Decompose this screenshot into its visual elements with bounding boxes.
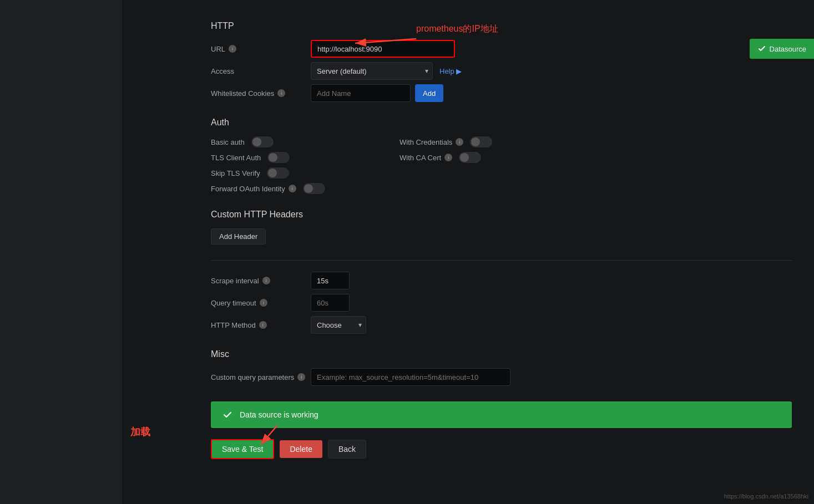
action-buttons: Save & Test Delete Back bbox=[211, 439, 792, 459]
query-timeout-input[interactable] bbox=[311, 294, 350, 312]
access-select-wrapper: Server (default) Browser bbox=[311, 62, 433, 80]
with-ca-label: With CA Cert i bbox=[400, 154, 452, 162]
save-test-button[interactable]: Save & Test bbox=[211, 439, 274, 459]
divider-1 bbox=[211, 260, 792, 261]
auth-title: Auth bbox=[211, 118, 792, 128]
tls-client-label: TLS Client Auth bbox=[211, 154, 261, 162]
basic-auth-label: Basic auth bbox=[211, 138, 245, 146]
with-ca-info-icon[interactable]: i bbox=[444, 154, 452, 161]
whitelisted-label: Whitelisted Cookies i bbox=[211, 89, 311, 98]
with-ca-item: With CA Cert i bbox=[400, 152, 533, 163]
add-header-button[interactable]: Add Header bbox=[211, 228, 266, 245]
misc-section: Misc Custom query parameters i bbox=[211, 349, 792, 386]
tls-client-toggle[interactable] bbox=[267, 152, 290, 163]
skip-tls-item: Skip TLS Verify bbox=[211, 167, 344, 179]
whitelisted-info-icon[interactable]: i bbox=[277, 89, 285, 97]
success-message: Data source is working bbox=[240, 410, 318, 419]
custom-query-input[interactable] bbox=[311, 368, 510, 386]
http-section: HTTP URL i Access Server (default) bbox=[211, 21, 792, 102]
scrape-interval-info-icon[interactable]: i bbox=[262, 277, 270, 284]
with-credentials-toggle[interactable] bbox=[470, 136, 492, 147]
auth-section: Auth Basic auth With Credentials i bbox=[211, 118, 792, 194]
with-credentials-item: With Credentials i bbox=[400, 136, 533, 147]
skip-tls-toggle[interactable] bbox=[267, 167, 289, 179]
success-banner: Data source is working bbox=[211, 401, 792, 428]
auth-row-3: Skip TLS Verify bbox=[211, 167, 792, 179]
access-select[interactable]: Server (default) Browser bbox=[311, 62, 433, 80]
access-row: Access Server (default) Browser Help ▶ bbox=[211, 62, 792, 80]
add-cookie-button[interactable]: Add bbox=[415, 84, 443, 102]
custom-query-row: Custom query parameters i bbox=[211, 368, 792, 386]
http-method-row: HTTP Method i Choose GET POST bbox=[211, 316, 792, 334]
auth-row-4: Forward OAuth Identity i bbox=[211, 183, 792, 194]
content-area: prometheus的IP地址 HTTP URL bbox=[144, 11, 792, 469]
back-button[interactable]: Back bbox=[328, 440, 366, 459]
whitelisted-input[interactable] bbox=[311, 84, 411, 102]
forward-oauth-info-icon[interactable]: i bbox=[289, 185, 296, 192]
main-content: prometheus的IP地址 HTTP URL bbox=[122, 0, 814, 504]
query-timeout-row: Query timeout i bbox=[211, 294, 792, 312]
with-ca-toggle[interactable] bbox=[459, 152, 481, 163]
auth-row-2: TLS Client Auth With CA Cert i bbox=[211, 152, 792, 163]
http-title: HTTP bbox=[211, 21, 792, 31]
basic-auth-item: Basic auth bbox=[211, 136, 344, 147]
http-method-info-icon[interactable]: i bbox=[259, 321, 267, 329]
forward-oauth-toggle[interactable] bbox=[303, 183, 325, 194]
scrape-interval-label: Scrape interval i bbox=[211, 277, 311, 285]
auth-row-1: Basic auth With Credentials i bbox=[211, 136, 792, 147]
scrape-interval-input[interactable] bbox=[311, 272, 350, 289]
help-link[interactable]: Help ▶ bbox=[439, 67, 462, 75]
http-method-select-wrapper: Choose GET POST bbox=[311, 316, 366, 334]
skip-tls-label: Skip TLS Verify bbox=[211, 169, 260, 177]
check-icon bbox=[222, 409, 233, 420]
with-credentials-info-icon[interactable]: i bbox=[456, 138, 463, 146]
delete-button[interactable]: Delete bbox=[280, 440, 322, 458]
custom-query-info-icon[interactable]: i bbox=[297, 373, 305, 381]
footer-url: https://blog.csdn.net/a13568hki bbox=[724, 493, 808, 500]
buttons-container: Save & Test Delete Back bbox=[211, 439, 792, 459]
url-row: URL i bbox=[211, 40, 792, 58]
url-info-icon[interactable]: i bbox=[229, 45, 236, 53]
http-method-label: HTTP Method i bbox=[211, 321, 311, 329]
datasource-button[interactable]: Datasource bbox=[750, 39, 814, 59]
sidebar bbox=[0, 0, 122, 504]
forward-oauth-item: Forward OAuth Identity i bbox=[211, 183, 344, 194]
access-label: Access bbox=[211, 67, 311, 75]
scrape-interval-row: Scrape interval i bbox=[211, 272, 792, 289]
url-label: URL i bbox=[211, 45, 311, 53]
custom-headers-section: Custom HTTP Headers Add Header bbox=[211, 210, 792, 245]
custom-headers-title: Custom HTTP Headers bbox=[211, 210, 792, 220]
basic-auth-toggle[interactable] bbox=[251, 136, 274, 147]
misc-title: Misc bbox=[211, 349, 792, 359]
with-credentials-label: With Credentials i bbox=[400, 138, 463, 146]
forward-oauth-label: Forward OAuth Identity i bbox=[211, 185, 296, 193]
whitelisted-row: Whitelisted Cookies i Add bbox=[211, 84, 792, 102]
extra-settings-section: Scrape interval i Query timeout i bbox=[211, 272, 792, 334]
custom-query-label: Custom query parameters i bbox=[211, 373, 311, 381]
url-input[interactable] bbox=[311, 40, 455, 58]
http-method-select[interactable]: Choose GET POST bbox=[311, 316, 366, 334]
query-timeout-label: Query timeout i bbox=[211, 299, 311, 307]
query-timeout-info-icon[interactable]: i bbox=[260, 299, 267, 307]
tls-client-item: TLS Client Auth bbox=[211, 152, 344, 163]
check-icon-top bbox=[757, 44, 766, 53]
datasource-label: Datasource bbox=[770, 45, 806, 53]
